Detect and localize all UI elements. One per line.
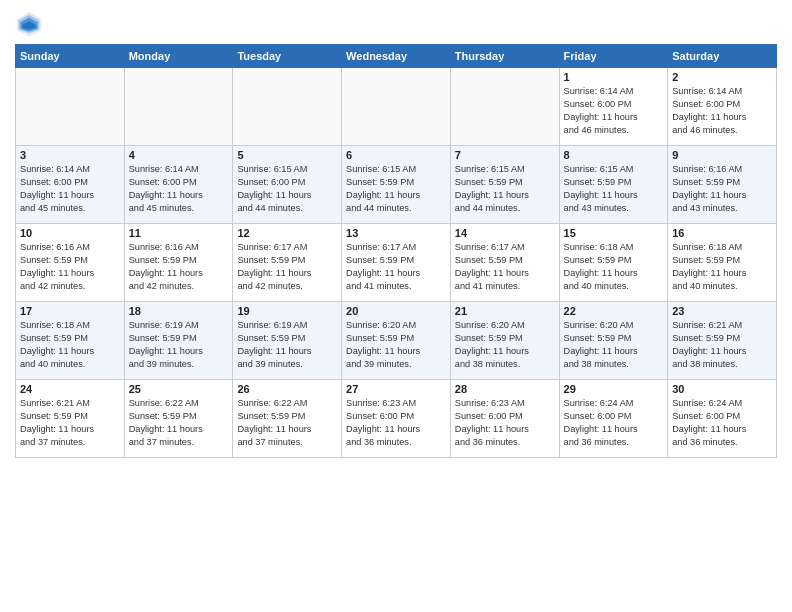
- day-number: 6: [346, 149, 446, 161]
- calendar-cell: 6Sunrise: 6:15 AMSunset: 5:59 PMDaylight…: [342, 146, 451, 224]
- day-number: 24: [20, 383, 120, 395]
- calendar: SundayMondayTuesdayWednesdayThursdayFrid…: [15, 44, 777, 458]
- day-number: 27: [346, 383, 446, 395]
- calendar-week-3: 10Sunrise: 6:16 AMSunset: 5:59 PMDayligh…: [16, 224, 777, 302]
- day-number: 12: [237, 227, 337, 239]
- weekday-header-friday: Friday: [559, 45, 668, 68]
- day-info: Sunrise: 6:14 AMSunset: 6:00 PMDaylight:…: [672, 85, 772, 137]
- calendar-cell: 12Sunrise: 6:17 AMSunset: 5:59 PMDayligh…: [233, 224, 342, 302]
- day-number: 14: [455, 227, 555, 239]
- calendar-cell: 30Sunrise: 6:24 AMSunset: 6:00 PMDayligh…: [668, 380, 777, 458]
- header-area: [15, 10, 777, 38]
- calendar-cell: 26Sunrise: 6:22 AMSunset: 5:59 PMDayligh…: [233, 380, 342, 458]
- day-number: 28: [455, 383, 555, 395]
- calendar-week-1: 1Sunrise: 6:14 AMSunset: 6:00 PMDaylight…: [16, 68, 777, 146]
- day-info: Sunrise: 6:17 AMSunset: 5:59 PMDaylight:…: [237, 241, 337, 293]
- day-number: 20: [346, 305, 446, 317]
- calendar-cell: [124, 68, 233, 146]
- calendar-cell: 9Sunrise: 6:16 AMSunset: 5:59 PMDaylight…: [668, 146, 777, 224]
- day-info: Sunrise: 6:24 AMSunset: 6:00 PMDaylight:…: [672, 397, 772, 449]
- day-info: Sunrise: 6:18 AMSunset: 5:59 PMDaylight:…: [672, 241, 772, 293]
- calendar-cell: 23Sunrise: 6:21 AMSunset: 5:59 PMDayligh…: [668, 302, 777, 380]
- day-info: Sunrise: 6:15 AMSunset: 5:59 PMDaylight:…: [346, 163, 446, 215]
- day-number: 3: [20, 149, 120, 161]
- weekday-header-monday: Monday: [124, 45, 233, 68]
- calendar-cell: [233, 68, 342, 146]
- day-info: Sunrise: 6:23 AMSunset: 6:00 PMDaylight:…: [455, 397, 555, 449]
- day-number: 30: [672, 383, 772, 395]
- calendar-cell: 15Sunrise: 6:18 AMSunset: 5:59 PMDayligh…: [559, 224, 668, 302]
- day-info: Sunrise: 6:15 AMSunset: 5:59 PMDaylight:…: [564, 163, 664, 215]
- calendar-cell: 25Sunrise: 6:22 AMSunset: 5:59 PMDayligh…: [124, 380, 233, 458]
- calendar-cell: [342, 68, 451, 146]
- calendar-cell: 28Sunrise: 6:23 AMSunset: 6:00 PMDayligh…: [450, 380, 559, 458]
- day-number: 23: [672, 305, 772, 317]
- day-number: 18: [129, 305, 229, 317]
- calendar-cell: 19Sunrise: 6:19 AMSunset: 5:59 PMDayligh…: [233, 302, 342, 380]
- calendar-cell: 16Sunrise: 6:18 AMSunset: 5:59 PMDayligh…: [668, 224, 777, 302]
- day-number: 19: [237, 305, 337, 317]
- day-number: 1: [564, 71, 664, 83]
- calendar-cell: 27Sunrise: 6:23 AMSunset: 6:00 PMDayligh…: [342, 380, 451, 458]
- calendar-cell: [16, 68, 125, 146]
- calendar-week-4: 17Sunrise: 6:18 AMSunset: 5:59 PMDayligh…: [16, 302, 777, 380]
- day-number: 26: [237, 383, 337, 395]
- calendar-cell: 14Sunrise: 6:17 AMSunset: 5:59 PMDayligh…: [450, 224, 559, 302]
- day-info: Sunrise: 6:15 AMSunset: 6:00 PMDaylight:…: [237, 163, 337, 215]
- day-info: Sunrise: 6:22 AMSunset: 5:59 PMDaylight:…: [237, 397, 337, 449]
- day-info: Sunrise: 6:17 AMSunset: 5:59 PMDaylight:…: [455, 241, 555, 293]
- weekday-header-tuesday: Tuesday: [233, 45, 342, 68]
- weekday-header-sunday: Sunday: [16, 45, 125, 68]
- day-number: 2: [672, 71, 772, 83]
- day-info: Sunrise: 6:17 AMSunset: 5:59 PMDaylight:…: [346, 241, 446, 293]
- day-number: 9: [672, 149, 772, 161]
- weekday-header-saturday: Saturday: [668, 45, 777, 68]
- day-info: Sunrise: 6:16 AMSunset: 5:59 PMDaylight:…: [20, 241, 120, 293]
- day-number: 10: [20, 227, 120, 239]
- calendar-cell: 10Sunrise: 6:16 AMSunset: 5:59 PMDayligh…: [16, 224, 125, 302]
- weekday-header-row: SundayMondayTuesdayWednesdayThursdayFrid…: [16, 45, 777, 68]
- day-number: 16: [672, 227, 772, 239]
- day-info: Sunrise: 6:16 AMSunset: 5:59 PMDaylight:…: [672, 163, 772, 215]
- calendar-cell: 22Sunrise: 6:20 AMSunset: 5:59 PMDayligh…: [559, 302, 668, 380]
- day-number: 5: [237, 149, 337, 161]
- day-info: Sunrise: 6:19 AMSunset: 5:59 PMDaylight:…: [237, 319, 337, 371]
- calendar-cell: 20Sunrise: 6:20 AMSunset: 5:59 PMDayligh…: [342, 302, 451, 380]
- day-info: Sunrise: 6:23 AMSunset: 6:00 PMDaylight:…: [346, 397, 446, 449]
- calendar-cell: 3Sunrise: 6:14 AMSunset: 6:00 PMDaylight…: [16, 146, 125, 224]
- weekday-header-thursday: Thursday: [450, 45, 559, 68]
- day-info: Sunrise: 6:15 AMSunset: 5:59 PMDaylight:…: [455, 163, 555, 215]
- day-info: Sunrise: 6:20 AMSunset: 5:59 PMDaylight:…: [346, 319, 446, 371]
- calendar-cell: 24Sunrise: 6:21 AMSunset: 5:59 PMDayligh…: [16, 380, 125, 458]
- weekday-header-wednesday: Wednesday: [342, 45, 451, 68]
- day-number: 13: [346, 227, 446, 239]
- day-info: Sunrise: 6:18 AMSunset: 5:59 PMDaylight:…: [564, 241, 664, 293]
- day-number: 29: [564, 383, 664, 395]
- day-number: 22: [564, 305, 664, 317]
- calendar-cell: 13Sunrise: 6:17 AMSunset: 5:59 PMDayligh…: [342, 224, 451, 302]
- calendar-cell: 17Sunrise: 6:18 AMSunset: 5:59 PMDayligh…: [16, 302, 125, 380]
- day-info: Sunrise: 6:24 AMSunset: 6:00 PMDaylight:…: [564, 397, 664, 449]
- calendar-cell: 29Sunrise: 6:24 AMSunset: 6:00 PMDayligh…: [559, 380, 668, 458]
- calendar-cell: 5Sunrise: 6:15 AMSunset: 6:00 PMDaylight…: [233, 146, 342, 224]
- day-info: Sunrise: 6:14 AMSunset: 6:00 PMDaylight:…: [129, 163, 229, 215]
- day-info: Sunrise: 6:14 AMSunset: 6:00 PMDaylight:…: [20, 163, 120, 215]
- day-info: Sunrise: 6:22 AMSunset: 5:59 PMDaylight:…: [129, 397, 229, 449]
- calendar-cell: 11Sunrise: 6:16 AMSunset: 5:59 PMDayligh…: [124, 224, 233, 302]
- calendar-cell: 8Sunrise: 6:15 AMSunset: 5:59 PMDaylight…: [559, 146, 668, 224]
- calendar-cell: 2Sunrise: 6:14 AMSunset: 6:00 PMDaylight…: [668, 68, 777, 146]
- calendar-cell: 7Sunrise: 6:15 AMSunset: 5:59 PMDaylight…: [450, 146, 559, 224]
- day-number: 11: [129, 227, 229, 239]
- day-number: 7: [455, 149, 555, 161]
- day-number: 15: [564, 227, 664, 239]
- day-number: 17: [20, 305, 120, 317]
- day-info: Sunrise: 6:21 AMSunset: 5:59 PMDaylight:…: [672, 319, 772, 371]
- day-info: Sunrise: 6:16 AMSunset: 5:59 PMDaylight:…: [129, 241, 229, 293]
- logo: [15, 10, 47, 38]
- day-number: 21: [455, 305, 555, 317]
- day-number: 8: [564, 149, 664, 161]
- day-info: Sunrise: 6:21 AMSunset: 5:59 PMDaylight:…: [20, 397, 120, 449]
- day-info: Sunrise: 6:18 AMSunset: 5:59 PMDaylight:…: [20, 319, 120, 371]
- day-info: Sunrise: 6:20 AMSunset: 5:59 PMDaylight:…: [564, 319, 664, 371]
- logo-icon: [15, 10, 43, 38]
